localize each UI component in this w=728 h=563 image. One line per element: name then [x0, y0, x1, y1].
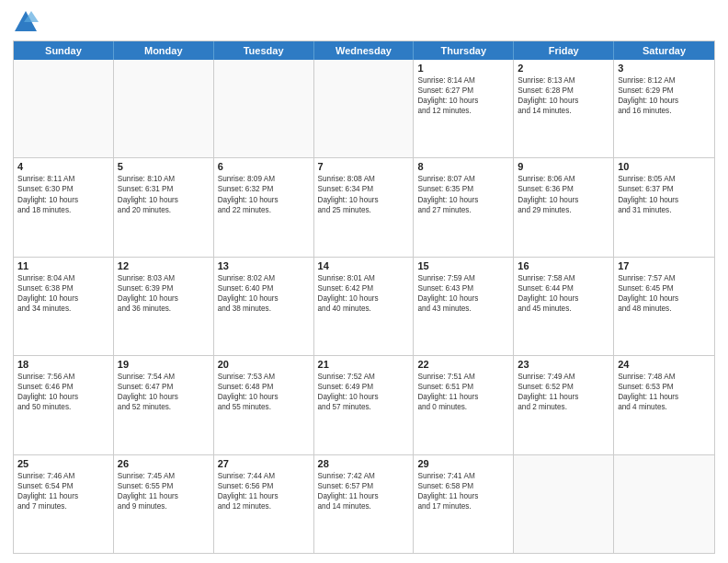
day-number: 11 — [17, 260, 109, 271]
day-number: 8 — [417, 161, 509, 172]
day-number: 6 — [218, 161, 310, 172]
cell-line: Daylight: 10 hours — [318, 293, 410, 304]
cell-line: Sunset: 6:58 PM — [417, 481, 509, 491]
cell-line: and 31 minutes. — [618, 205, 711, 215]
calendar-cell — [314, 60, 415, 157]
cell-line: Sunset: 6:52 PM — [518, 382, 609, 392]
calendar-cell: 11Sunrise: 8:04 AMSunset: 6:38 PMDayligh… — [14, 258, 114, 355]
cell-line: Daylight: 10 hours — [17, 392, 109, 402]
cell-line: and 34 minutes. — [17, 304, 109, 314]
day-number: 17 — [618, 260, 711, 271]
day-number: 24 — [618, 359, 711, 370]
cell-line: and 36 minutes. — [118, 304, 210, 314]
cell-line: and 40 minutes. — [318, 304, 410, 314]
cell-line: and 16 minutes. — [618, 106, 711, 116]
cell-line: Sunrise: 8:09 AM — [218, 174, 310, 184]
day-number: 29 — [417, 458, 509, 469]
cell-line: and 9 minutes. — [118, 501, 210, 511]
cell-line: Sunset: 6:53 PM — [618, 382, 711, 392]
cell-line: and 43 minutes. — [417, 304, 509, 314]
cell-line: Daylight: 10 hours — [618, 195, 711, 205]
cell-line: Daylight: 11 hours — [318, 491, 410, 501]
calendar-cell: 23Sunrise: 7:49 AMSunset: 6:52 PMDayligh… — [514, 356, 614, 454]
weekday-header: Thursday — [414, 41, 514, 60]
day-number: 16 — [518, 260, 609, 271]
cell-line: and 50 minutes. — [17, 402, 109, 412]
calendar-row: 25Sunrise: 7:46 AMSunset: 6:54 PMDayligh… — [14, 455, 714, 553]
header — [13, 9, 715, 35]
weekday-header: Monday — [114, 41, 214, 60]
logo-icon — [13, 9, 39, 35]
cell-line: Sunset: 6:51 PM — [417, 382, 509, 392]
calendar-cell: 29Sunrise: 7:41 AMSunset: 6:58 PMDayligh… — [414, 455, 514, 553]
calendar-header: SundayMondayTuesdayWednesdayThursdayFrid… — [14, 41, 714, 60]
cell-line: Daylight: 10 hours — [518, 96, 609, 106]
cell-line: Daylight: 10 hours — [417, 293, 509, 304]
calendar-cell: 28Sunrise: 7:42 AMSunset: 6:57 PMDayligh… — [314, 455, 415, 553]
calendar-row: 11Sunrise: 8:04 AMSunset: 6:38 PMDayligh… — [14, 258, 714, 356]
day-number: 19 — [118, 359, 210, 370]
cell-line: Daylight: 11 hours — [518, 392, 609, 402]
cell-line: Sunrise: 8:05 AM — [618, 174, 711, 184]
day-number: 3 — [618, 63, 711, 74]
cell-line: Sunrise: 7:54 AM — [118, 372, 210, 382]
weekday-header: Saturday — [614, 41, 714, 60]
cell-line: Daylight: 10 hours — [218, 293, 310, 304]
calendar-body: 1Sunrise: 8:14 AMSunset: 6:27 PMDaylight… — [14, 60, 714, 553]
cell-line: and 25 minutes. — [318, 205, 410, 215]
cell-line: Sunrise: 7:51 AM — [417, 372, 509, 382]
calendar-cell: 26Sunrise: 7:45 AMSunset: 6:55 PMDayligh… — [114, 455, 214, 553]
cell-line: Sunrise: 8:08 AM — [318, 174, 410, 184]
cell-line: Sunset: 6:35 PM — [417, 184, 509, 194]
cell-line: and 57 minutes. — [318, 402, 410, 412]
weekday-header: Friday — [514, 41, 614, 60]
cell-line: and 14 minutes. — [518, 106, 609, 116]
day-number: 22 — [417, 359, 509, 370]
calendar-cell: 9Sunrise: 8:06 AMSunset: 6:36 PMDaylight… — [514, 158, 614, 256]
cell-line: Sunrise: 8:13 AM — [518, 75, 609, 86]
cell-line: and 27 minutes. — [417, 205, 509, 215]
cell-line: and 18 minutes. — [17, 205, 109, 215]
day-number: 5 — [118, 161, 210, 172]
cell-line: and 20 minutes. — [118, 205, 210, 215]
logo — [13, 9, 42, 35]
calendar-row: 1Sunrise: 8:14 AMSunset: 6:27 PMDaylight… — [14, 60, 714, 158]
cell-line: Sunrise: 7:56 AM — [17, 372, 109, 382]
calendar-cell — [614, 455, 714, 553]
calendar-cell — [214, 60, 314, 157]
cell-line: and 4 minutes. — [618, 402, 711, 412]
calendar-cell — [514, 455, 614, 553]
cell-line: and 29 minutes. — [518, 205, 609, 215]
cell-line: Sunset: 6:46 PM — [17, 382, 109, 392]
cell-line: and 7 minutes. — [17, 501, 109, 511]
calendar-cell: 14Sunrise: 8:01 AMSunset: 6:42 PMDayligh… — [314, 258, 415, 355]
cell-line: Sunset: 6:54 PM — [17, 481, 109, 491]
cell-line: Daylight: 10 hours — [417, 96, 509, 106]
cell-line: Daylight: 10 hours — [518, 195, 609, 205]
cell-line: and 12 minutes. — [218, 501, 310, 511]
calendar-row: 18Sunrise: 7:56 AMSunset: 6:46 PMDayligh… — [14, 356, 714, 454]
cell-line: Sunrise: 7:48 AM — [618, 372, 711, 382]
calendar-cell — [14, 60, 114, 157]
cell-line: Sunrise: 8:14 AM — [417, 75, 509, 86]
cell-line: Sunrise: 7:59 AM — [417, 273, 509, 283]
cell-line: Sunset: 6:28 PM — [518, 86, 609, 96]
cell-line: Sunrise: 7:45 AM — [118, 471, 210, 481]
calendar-cell — [114, 60, 214, 157]
cell-line: Sunrise: 7:57 AM — [618, 273, 711, 283]
cell-line: Sunset: 6:55 PM — [118, 481, 210, 491]
cell-line: Sunset: 6:42 PM — [318, 283, 410, 293]
day-number: 9 — [518, 161, 609, 172]
cell-line: Sunset: 6:31 PM — [118, 184, 210, 194]
day-number: 7 — [318, 161, 410, 172]
day-number: 27 — [218, 458, 310, 469]
cell-line: and 0 minutes. — [417, 402, 509, 412]
calendar-cell: 19Sunrise: 7:54 AMSunset: 6:47 PMDayligh… — [114, 356, 214, 454]
day-number: 13 — [218, 260, 310, 271]
calendar-cell: 7Sunrise: 8:08 AMSunset: 6:34 PMDaylight… — [314, 158, 415, 256]
calendar-cell: 10Sunrise: 8:05 AMSunset: 6:37 PMDayligh… — [614, 158, 714, 256]
cell-line: Sunset: 6:39 PM — [118, 283, 210, 293]
cell-line: Sunset: 6:44 PM — [518, 283, 609, 293]
cell-line: Sunrise: 8:04 AM — [17, 273, 109, 283]
cell-line: Daylight: 10 hours — [218, 195, 310, 205]
